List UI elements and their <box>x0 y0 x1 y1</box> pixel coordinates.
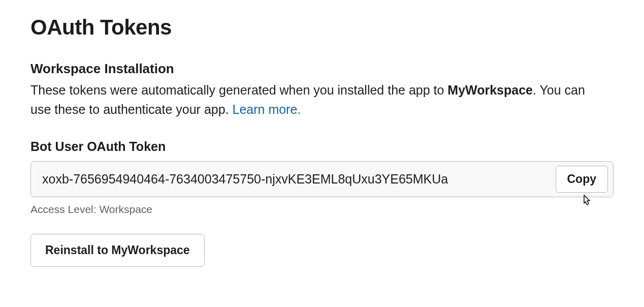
access-level-text: Access Level: Workspace <box>30 203 614 216</box>
bot-token-value[interactable]: xoxb-7656954940464-7634003475750-njxvKE3… <box>42 172 548 187</box>
workspace-installation-heading: Workspace Installation <box>30 61 614 77</box>
workspace-name: MyWorkspace <box>447 83 533 97</box>
description-prefix: These tokens were automatically generate… <box>30 83 447 97</box>
reinstall-button[interactable]: Reinstall to MyWorkspace <box>30 234 205 267</box>
page-title: OAuth Tokens <box>30 15 614 40</box>
copy-button[interactable]: Copy <box>556 166 608 193</box>
learn-more-link[interactable]: Learn more. <box>233 102 301 116</box>
workspace-installation-description: These tokens were automatically generate… <box>30 81 589 119</box>
bot-token-field: xoxb-7656954940464-7634003475750-njxvKE3… <box>30 161 614 197</box>
bot-token-label: Bot User OAuth Token <box>30 139 614 154</box>
